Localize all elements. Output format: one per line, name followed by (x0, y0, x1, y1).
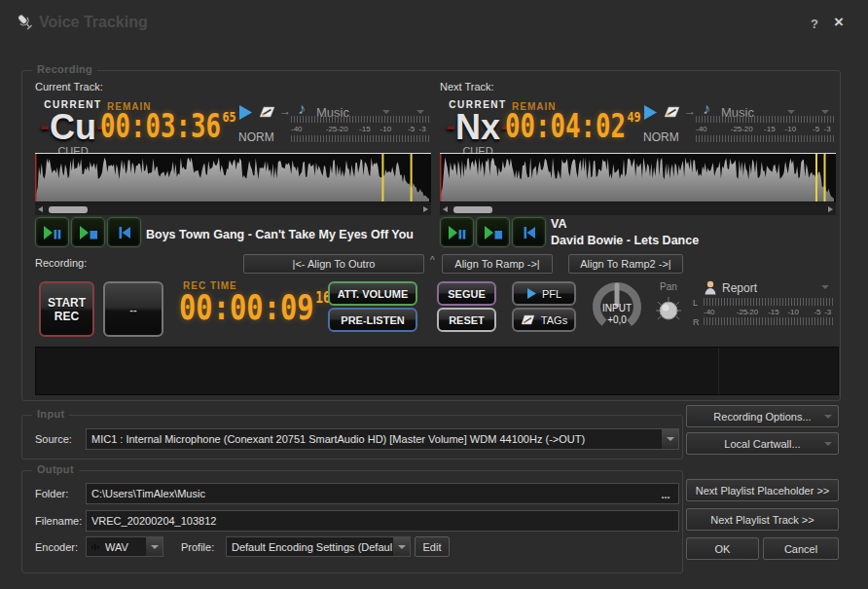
scroll-left-icon[interactable] (443, 206, 448, 212)
meter-label: -20 (741, 125, 753, 133)
waveform-display[interactable] (35, 153, 431, 202)
skip-to-start-button[interactable] (512, 217, 546, 247)
play-pause-button[interactable] (35, 217, 69, 247)
meter-label: -5 (814, 308, 820, 316)
chevron-down-icon (824, 415, 832, 419)
skip-to-start-button[interactable] (107, 217, 141, 247)
deck-meter-ticks-top (696, 116, 835, 123)
folder-field[interactable]: C:\Users\TimAlex\Music ... (86, 483, 679, 504)
filename-label: Filename: (35, 515, 82, 527)
meter-left-label: L (693, 298, 698, 308)
chevron-down-icon (151, 545, 159, 549)
chevron-down-icon[interactable] (821, 285, 829, 289)
next-track-label: Next Track: (440, 81, 494, 92)
waveform-display[interactable] (440, 153, 836, 202)
chevron-down-icon[interactable] (382, 110, 390, 114)
meter-label: -10 (380, 125, 392, 133)
waveform-scrollbar[interactable] (35, 203, 431, 215)
next-playlist-placeholder-button[interactable]: Next Playlist Placeholder >> (686, 479, 839, 501)
meter-label: -15 (359, 125, 371, 133)
meter-label: -40 (291, 125, 303, 133)
scrollbar-thumb[interactable] (49, 206, 88, 213)
norm-label: NORM (238, 130, 274, 144)
tag-brush-icon (521, 314, 536, 325)
segue-button[interactable]: SEGUE (437, 281, 496, 306)
local-cartwall-button[interactable]: Local Cartwall... (686, 432, 839, 455)
window-title: Voice Tracking (39, 14, 148, 31)
tag-brush-icon (663, 105, 681, 119)
remain-clock-frac: 49 (628, 108, 641, 126)
waveform-scrollbar[interactable] (440, 203, 836, 215)
splitter-caret[interactable]: ^ (430, 255, 435, 266)
play-icon (526, 288, 537, 299)
deck-track-title: Boys Town Gang - Can't Take My Eyes Off … (146, 227, 414, 243)
chevron-down-icon[interactable] (787, 110, 795, 114)
dropdown-button[interactable] (392, 537, 410, 556)
filename-field[interactable]: VREC_20200204_103812 (86, 510, 679, 532)
meter-label: -40 (704, 308, 715, 316)
meter-label: -15 (768, 308, 779, 316)
recording-options-button[interactable]: Recording Options... (686, 405, 839, 427)
att-volume-button[interactable]: ATT. VOLUME (328, 281, 417, 306)
chevron-down-icon[interactable] (821, 110, 829, 114)
meter-label: -20 (337, 125, 348, 133)
arrow-right-icon: → (279, 104, 291, 118)
play-indicator-icon (643, 105, 658, 120)
norm-label: NORM (643, 130, 679, 144)
play-indicator-icon (238, 105, 253, 120)
recording-waveform-strip (35, 347, 839, 395)
chevron-down-icon (667, 437, 674, 441)
deck-meter-ticks-bottom (291, 135, 430, 142)
input-group-label: Input (32, 408, 69, 420)
reset-button[interactable]: RESET (437, 308, 496, 332)
recording-label: Recording: (35, 257, 87, 269)
meter-label: -25 (731, 125, 742, 133)
play-stop-button[interactable] (71, 217, 105, 247)
report-person-icon (705, 280, 718, 295)
align-to-outro-button[interactable]: |<- Align To Outro (243, 254, 424, 274)
deck-meter-ticks-bottom (696, 135, 835, 142)
tags-button[interactable]: TAGs (512, 308, 576, 332)
pre-listen-button[interactable]: PRE-LISTEN (328, 308, 417, 332)
scroll-right-icon[interactable] (828, 206, 833, 212)
start-rec-button[interactable]: START REC (39, 281, 94, 337)
meter-label: -3 (824, 125, 831, 133)
record-meter-right (704, 317, 835, 325)
chevron-down-icon[interactable] (416, 110, 424, 114)
mini-waveform-icon (91, 543, 101, 551)
profile-select[interactable]: Default Encoding Settings (Default... (226, 536, 411, 557)
align-to-ramp2-button[interactable]: Align To Ramp2 ->| (568, 254, 683, 274)
folder-label: Folder: (35, 488, 68, 499)
meter-label: -5 (813, 125, 819, 133)
cancel-button[interactable]: Cancel (763, 537, 839, 560)
scrollbar-thumb[interactable] (453, 206, 492, 213)
pfl-button[interactable]: PFL (512, 281, 576, 306)
meter-label: -10 (787, 308, 799, 316)
close-button[interactable]: × (834, 13, 844, 32)
source-select[interactable]: MIC1 : Internal Microphone (Conexant 207… (86, 428, 679, 450)
align-to-ramp-button[interactable]: Align To Ramp ->| (442, 254, 553, 274)
edit-profile-button[interactable]: Edit (415, 536, 450, 557)
next-playlist-track-button[interactable]: Next Playlist Track >> (686, 508, 839, 531)
play-pause-button[interactable] (440, 217, 474, 247)
pan-knob[interactable] (654, 295, 683, 326)
play-stop-button[interactable] (476, 217, 510, 247)
scroll-left-icon[interactable] (38, 206, 43, 212)
deck-meter-scale: -40 -25 -20 -15 -10 -5 -3 (291, 125, 430, 133)
encoder-label: Encoder: (35, 541, 78, 553)
meter-label: -5 (408, 125, 415, 133)
secondary-rec-button[interactable]: -- (103, 281, 163, 337)
ok-button[interactable]: OK (686, 537, 759, 560)
dropdown-button[interactable] (661, 429, 678, 449)
strip-divider (718, 348, 719, 394)
dropdown-button[interactable] (145, 537, 163, 556)
tag-brush-icon (258, 105, 276, 119)
help-button[interactable]: ? (811, 17, 818, 31)
encoder-select[interactable]: WAV (86, 536, 163, 557)
scroll-right-icon[interactable] (423, 206, 428, 212)
deck-next: CURRENT -Nx- CUED REMAIN 00:04:0249 → ♪ … (440, 97, 838, 251)
record-meter-left (704, 298, 835, 306)
deck-meter-scale: -40 -25 -20 -15 -10 -5 -3 (696, 125, 835, 133)
browse-button[interactable]: ... (656, 487, 675, 501)
input-gain-value: +0,0 (589, 314, 645, 325)
